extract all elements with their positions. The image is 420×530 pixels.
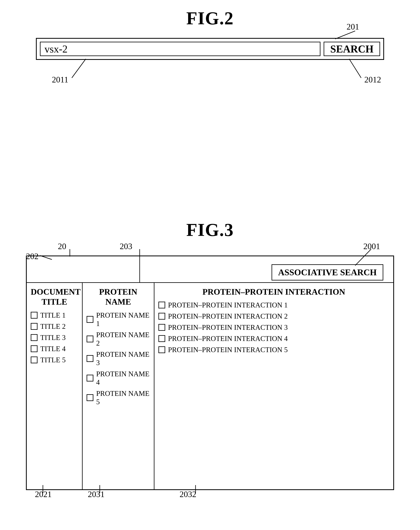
- checkbox-title4[interactable]: [31, 345, 38, 352]
- fig3-title: FIG.3: [186, 220, 234, 240]
- checkbox-ppi1[interactable]: [159, 302, 165, 309]
- search-input-field[interactable]: vsx-2: [40, 42, 320, 56]
- list-item[interactable]: PROTEIN–PROTEIN INTERACTION 4: [159, 334, 389, 343]
- ref-2012-label: 2012: [364, 75, 381, 84]
- fig3-panel: ASSOCIATIVE SEARCH DOCUMENT TITLE TITLE …: [26, 255, 394, 490]
- list-item[interactable]: TITLE 2: [31, 322, 78, 331]
- ref-2031-label: 2031: [88, 489, 104, 499]
- list-item[interactable]: PROTEIN NAME 5: [87, 389, 150, 406]
- associative-search-button[interactable]: ASSOCIATIVE SEARCH: [272, 264, 383, 280]
- list-item[interactable]: PROTEIN–PROTEIN INTERACTION 1: [159, 301, 389, 309]
- checkbox-ppi2[interactable]: [159, 313, 165, 320]
- item-title2-label: TITLE 2: [40, 322, 66, 331]
- ppi2-label: PROTEIN–PROTEIN INTERACTION 2: [168, 312, 288, 320]
- list-item[interactable]: PROTEIN NAME 3: [87, 350, 150, 367]
- ref-201-label: 201: [347, 22, 359, 31]
- protein4-label: PROTEIN NAME 4: [96, 370, 150, 386]
- checkbox-title3[interactable]: [31, 334, 38, 341]
- col-protein: PROTEIN NAME PROTEIN NAME 1 PROTEIN NAME…: [83, 282, 154, 489]
- list-item[interactable]: TITLE 4: [31, 345, 78, 353]
- list-item[interactable]: TITLE 3: [31, 333, 78, 342]
- protein3-label: PROTEIN NAME 3: [96, 350, 150, 367]
- assoc-search-label: ASSOCIATIVE SEARCH: [278, 267, 377, 277]
- col-interaction-header: PROTEIN–PROTEIN INTERACTION: [159, 287, 389, 297]
- checkbox-protein4[interactable]: [87, 375, 93, 382]
- checkbox-protein1[interactable]: [87, 316, 93, 323]
- ref-203-label: 203: [120, 242, 132, 251]
- protein1-label: PROTEIN NAME 1: [96, 311, 150, 328]
- ppi4-label: PROTEIN–PROTEIN INTERACTION 4: [168, 334, 288, 343]
- list-item[interactable]: TITLE 1: [31, 311, 78, 319]
- svg-line-0: [335, 31, 355, 39]
- checkbox-protein2[interactable]: [87, 336, 93, 342]
- item-title3-label: TITLE 3: [40, 333, 66, 342]
- list-item[interactable]: TITLE 5: [31, 356, 78, 364]
- list-item[interactable]: PROTEIN–PROTEIN INTERACTION 2: [159, 312, 389, 320]
- protein5-label: PROTEIN NAME 5: [96, 389, 150, 406]
- ref-20-label: 20: [58, 242, 66, 251]
- ppi5-label: PROTEIN–PROTEIN INTERACTION 5: [168, 346, 288, 354]
- checkbox-title2[interactable]: [31, 323, 38, 330]
- col-protein-header: PROTEIN NAME: [87, 287, 150, 307]
- list-item[interactable]: PROTEIN NAME 2: [87, 331, 150, 347]
- ref-2001-label: 2001: [363, 242, 380, 251]
- col-interaction: PROTEIN–PROTEIN INTERACTION PROTEIN–PROT…: [154, 282, 393, 489]
- col-document: DOCUMENT TITLE TITLE 1 TITLE 2 TITLE 3 T…: [27, 282, 83, 489]
- list-item[interactable]: PROTEIN–PROTEIN INTERACTION 5: [159, 346, 389, 354]
- fig3-columns: DOCUMENT TITLE TITLE 1 TITLE 2 TITLE 3 T…: [27, 282, 393, 489]
- svg-line-2: [349, 59, 361, 78]
- search-bar-container: vsx-2 SEARCH: [36, 38, 384, 60]
- checkbox-ppi5[interactable]: [159, 346, 165, 353]
- ref-2011-label: 2011: [52, 75, 68, 84]
- checkbox-title5[interactable]: [31, 356, 38, 363]
- item-title5-label: TITLE 5: [40, 356, 66, 364]
- checkbox-protein3[interactable]: [87, 355, 93, 362]
- ref-2032-label: 2032: [180, 489, 196, 499]
- checkbox-protein5[interactable]: [87, 394, 93, 401]
- checkbox-ppi4[interactable]: [159, 335, 165, 342]
- item-title1-label: TITLE 1: [40, 311, 66, 319]
- search-button[interactable]: SEARCH: [324, 42, 380, 56]
- list-item[interactable]: PROTEIN–PROTEIN INTERACTION 3: [159, 323, 389, 332]
- list-item[interactable]: PROTEIN NAME 4: [87, 370, 150, 386]
- checkbox-title1[interactable]: [31, 312, 38, 319]
- checkbox-ppi3[interactable]: [159, 324, 165, 331]
- item-title4-label: TITLE 4: [40, 345, 66, 353]
- col-document-header: DOCUMENT TITLE: [31, 287, 78, 307]
- protein2-label: PROTEIN NAME 2: [96, 331, 150, 347]
- ppi1-label: PROTEIN–PROTEIN INTERACTION 1: [168, 301, 288, 309]
- search-button-label: SEARCH: [330, 43, 374, 55]
- svg-line-1: [72, 59, 86, 78]
- fig2-title: FIG.2: [186, 8, 234, 29]
- ppi3-label: PROTEIN–PROTEIN INTERACTION 3: [168, 323, 288, 332]
- search-input-value: vsx-2: [44, 43, 68, 55]
- list-item[interactable]: PROTEIN NAME 1: [87, 311, 150, 328]
- ref-2021-label: 2021: [35, 489, 52, 499]
